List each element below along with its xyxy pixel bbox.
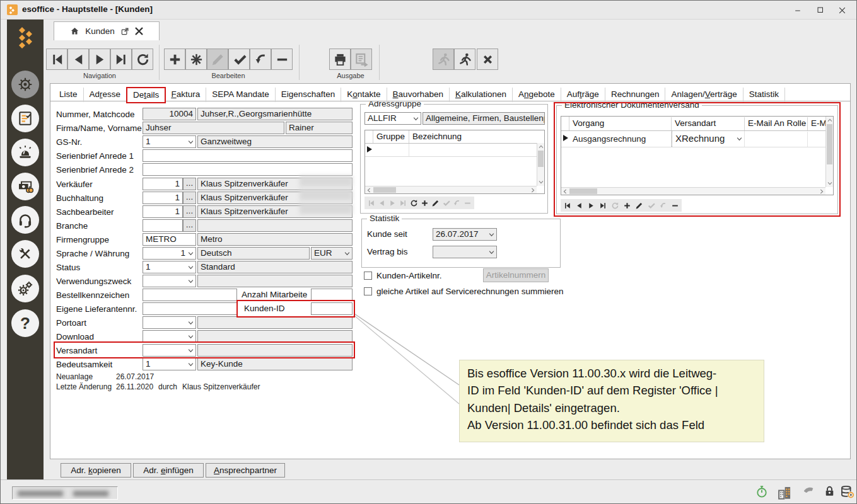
minimize-button[interactable] [787,2,808,18]
tab-angebote[interactable]: Angebote [513,88,561,102]
chevron-down-icon[interactable] [188,348,194,353]
nav-prev-button[interactable] [67,49,89,70]
chevron-down-icon[interactable] [188,265,194,270]
tab-anlagen-vertraege[interactable]: Anlagen/Verträge [665,88,743,102]
run-process-button[interactable] [454,49,475,70]
field-portoart-name[interactable] [197,316,353,329]
tab-auftraege[interactable]: Aufträge [561,88,605,102]
field-vorname[interactable]: Rainer [286,122,353,134]
sidebar-item-hilfe[interactable]: ? [11,309,39,337]
nav-last-button[interactable] [110,49,132,70]
grid-refresh-button[interactable] [610,200,621,211]
grid-post-button[interactable] [441,197,452,209]
grid-last-button[interactable] [598,200,609,211]
adr-einfuegen-button[interactable]: Adr. einfügen [133,463,204,478]
nav-next-button[interactable] [89,49,110,70]
sidebar-item-service[interactable] [11,139,39,166]
field-verkaeufer-nr[interactable]: 1 [143,178,183,190]
combo-vertrag-bis[interactable] [433,246,497,258]
grid-add-button[interactable] [622,200,633,211]
edit-undo-button[interactable] [250,49,271,70]
field-branche-nr[interactable] [143,219,183,232]
field-firma-name[interactable]: Juhser [143,122,284,134]
field-sachbearbeiter-nr[interactable]: 1 [143,205,183,218]
grid-first-button[interactable] [366,197,376,209]
field-adressgruppe-name[interactable]: Allgemeine, Firmen, Baustellenpa [423,112,545,125]
checkbox-artikel-summieren[interactable] [364,287,372,295]
cell-vorgang[interactable]: Ausgangsrechnung [569,132,672,147]
company-status-icon[interactable] [776,484,793,501]
grid-first-button[interactable] [562,200,573,211]
grid-prev-button[interactable] [376,197,387,209]
combo-verwendungszweck[interactable] [143,275,196,287]
tab-kontakte[interactable]: Kontakte [341,88,387,102]
verkaeufer-lookup-button[interactable]: … [183,178,196,190]
chevron-down-icon[interactable] [413,117,419,121]
field-sprache-name[interactable]: Deutsch [197,247,310,260]
sidebar-item-einstellungen[interactable] [11,275,39,302]
field-bedeutsamkeit-name[interactable]: Key-Kunde [197,358,353,370]
grid-undo-button[interactable] [452,197,462,209]
database-status-icon[interactable] [839,484,854,500]
chevron-down-icon[interactable] [188,251,194,256]
dokumentenversand-grid[interactable]: Vorgang Versandart E-Mail An Rolle E-Mai… [561,116,834,195]
combo-versandart[interactable] [143,344,196,357]
tab-details[interactable]: Details [127,88,165,103]
grid-next-button[interactable] [586,200,597,211]
close-tab-icon[interactable] [135,27,143,35]
cancel-process-button[interactable] [477,49,498,70]
field-eigene-lieferantennr[interactable] [143,302,237,315]
field-kunden-id[interactable] [311,302,353,315]
sachbearbeiter-lookup-button[interactable]: … [183,205,196,218]
combo-status[interactable]: 1 [143,261,196,273]
field-buchhaltung-nr[interactable]: 1 [143,192,183,204]
artikelnummern-button[interactable]: Artikelnummern [483,268,549,282]
field-serienbrief-anrede-1[interactable] [143,149,353,162]
cell-versandart-combo[interactable]: XRechnung [672,131,745,147]
field-gs-name[interactable]: Ganzweitweg [197,135,353,148]
buchhaltung-lookup-button[interactable]: … [183,192,196,204]
horizontal-scrollbar[interactable] [561,187,825,195]
combo-kunde-seit[interactable]: 26.07.2017 [433,228,497,241]
chevron-down-icon[interactable] [188,362,194,367]
chevron-down-icon[interactable] [489,250,494,255]
chevron-down-icon[interactable] [489,232,494,237]
run-process-disabled-button[interactable] [433,49,454,70]
edit-edit-button[interactable] [207,49,228,70]
grid-refresh-button[interactable] [409,197,419,209]
branche-lookup-button[interactable]: … [183,219,196,232]
field-bestellkennzeichen[interactable] [143,289,237,301]
edit-insert-copy-button[interactable] [185,49,207,70]
close-button[interactable] [831,2,853,18]
combo-gs-nr[interactable]: 1 [143,135,196,148]
column-header-vorgang[interactable]: Vorgang [569,117,672,130]
tab-liste[interactable]: Liste [54,88,84,102]
grid-edit-button[interactable] [431,197,441,209]
field-anzahl-mitarbeiter[interactable] [311,289,353,301]
edit-delete-button[interactable] [271,49,293,70]
column-header-versandart[interactable]: Versandart [672,117,745,130]
grid-undo-button[interactable] [657,200,668,211]
field-download-name[interactable] [197,330,353,343]
tab-eigenschaften[interactable]: Eigenschaften [276,88,342,102]
combo-adressgruppe[interactable]: ALLFIR [364,112,421,125]
combo-sprache[interactable]: 1 [143,247,196,260]
field-status-name[interactable]: Standard [197,261,353,273]
field-serienbrief-anrede-2[interactable] [143,163,353,176]
output-report-button[interactable] [351,49,372,70]
field-branche-name[interactable] [197,219,353,232]
edit-add-button[interactable] [164,49,185,70]
ansprechpartner-button[interactable]: Ansprechpartner [206,463,285,478]
tab-statistik[interactable]: Statistik [743,88,785,102]
adr-kopieren-button[interactable]: Adr. kopieren [61,463,131,478]
sidebar-item-office[interactable] [11,71,39,98]
sidebar-item-planung[interactable] [11,105,39,132]
chevron-down-icon[interactable] [188,140,194,144]
adressgruppe-grid[interactable]: Gruppe Bezeichnung [364,130,545,194]
tab-rechnungen[interactable]: Rechnungen [605,88,666,102]
combo-download[interactable] [143,330,196,343]
phone-status-icon[interactable] [802,484,816,499]
document-tab-kunden[interactable]: Kunden [54,21,160,40]
grid-edit-button[interactable] [633,200,644,211]
field-versandart-name[interactable] [197,344,353,357]
